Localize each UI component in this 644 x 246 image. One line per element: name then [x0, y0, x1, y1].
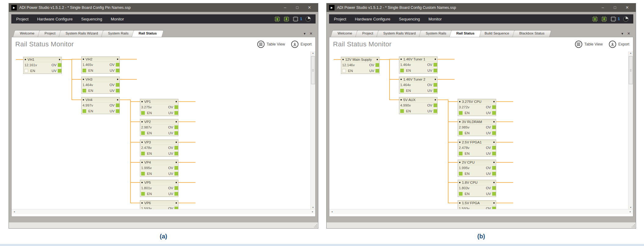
tab-system-rails-wizard[interactable]: System Rails Wizard — [377, 30, 422, 37]
maximize-button[interactable]: □ — [609, 3, 621, 12]
rail-node-3v-rldram[interactable]: 3V RLDRAM2.985vOVENUV — [458, 119, 496, 136]
en-checkbox[interactable] — [459, 131, 463, 135]
scroll-right-icon[interactable]: ► — [312, 211, 314, 213]
close-button[interactable]: ✕ — [303, 3, 316, 12]
rail-node-1-5v-fpga[interactable]: 1.5V FPGA1.593vOVENUV — [458, 200, 496, 209]
export-button[interactable]: Export — [609, 41, 629, 48]
en-checkbox[interactable] — [459, 192, 463, 196]
scroll-left-icon[interactable]: ◄ — [13, 211, 15, 213]
rail-node-5v-aux[interactable]: 5V AUX4.990vOVENUV — [399, 97, 437, 114]
rail-node-vh3[interactable]: VH31.464vOVENUV — [81, 77, 120, 94]
clock-pie-icon[interactable] — [623, 16, 628, 22]
rail-node-1-46v-tuner-2[interactable]: 1.46V Tuner 21.464vOVENUV — [399, 77, 437, 94]
en-checkbox[interactable] — [459, 172, 463, 175]
chip-download-icon[interactable] — [284, 16, 289, 22]
scroll-down-icon[interactable]: ▼ — [311, 206, 315, 208]
menu-item-project[interactable]: Project — [334, 17, 346, 21]
table-view-button[interactable]: Table View — [575, 41, 603, 48]
scroll-up-icon[interactable]: ▲ — [628, 52, 633, 54]
rail-node-3-275v-cpu[interactable]: 3.275V CPU3.272vOVENUV — [458, 99, 496, 116]
tab-welcome[interactable]: Welcome — [331, 30, 358, 37]
tab-dropdown-icon[interactable]: ▾ — [621, 31, 623, 36]
close-button[interactable]: ✕ — [621, 3, 633, 12]
en-checkbox[interactable] — [459, 111, 463, 115]
maximize-button[interactable]: □ — [291, 3, 303, 12]
chip-download-icon[interactable] — [601, 16, 607, 22]
ov-label: OV — [427, 103, 432, 107]
rail-node-vp5[interactable]: VP51.801vOVENUV — [140, 180, 178, 197]
en-checkbox[interactable] — [141, 131, 145, 135]
tab-system-rails[interactable]: System Rails — [102, 30, 135, 37]
rail-node-vh2[interactable]: VH21.465vOVENUV — [81, 56, 120, 74]
menu-item-monitor[interactable]: Monitor — [428, 17, 441, 21]
en-checkbox[interactable] — [82, 89, 86, 92]
tab-project[interactable]: Project — [38, 30, 62, 37]
rail-node-2v-cpu[interactable]: 2V CPU1.995vOVENUV — [458, 160, 496, 177]
menu-item-project[interactable]: Project — [16, 17, 28, 21]
clock-pie-icon[interactable] — [306, 16, 311, 22]
tab-rail-status[interactable]: Rail Status — [133, 30, 163, 37]
en-checkbox[interactable] — [141, 172, 145, 175]
en-checkbox[interactable] — [400, 109, 404, 113]
rail-diagram-canvas[interactable]: 12V Main Supply12.146vOVENUV1.46V Tuner … — [329, 51, 628, 209]
scroll-down-icon[interactable]: ▼ — [628, 206, 633, 208]
tab-dropdown-icon[interactable]: ▾ — [304, 31, 306, 36]
export-button[interactable]: Export — [291, 41, 312, 48]
chip-upload-icon[interactable] — [274, 16, 280, 22]
menu-item-sequencing[interactable]: Sequencing — [81, 17, 102, 21]
rail-node-1-46v-tuner-1[interactable]: 1.46V Tuner 11.464vOVENUV — [399, 56, 437, 74]
horizontal-scrollbar[interactable]: ◄ ► — [12, 209, 315, 214]
rail-node-vh1[interactable]: VH112.161vOVENUV — [23, 57, 62, 74]
rail-node-vh4[interactable]: VH44.997vOVENUV — [81, 97, 120, 114]
en-checkbox[interactable] — [141, 111, 145, 115]
resize-grip[interactable] — [314, 224, 317, 228]
en-checkbox[interactable] — [82, 109, 86, 113]
en-checkbox[interactable] — [82, 69, 86, 72]
scroll-left-icon[interactable]: ◄ — [331, 211, 333, 213]
rail-node-vp4[interactable]: VP41.995vOVENUV — [140, 160, 178, 177]
rail-node-2-5v-fpga1[interactable]: 2.5V FPGA12.478vOVENUV — [458, 139, 496, 157]
tab-build-sequence[interactable]: Build Sequence — [478, 30, 515, 37]
en-checkbox[interactable] — [141, 152, 145, 155]
device-chip-icon[interactable] — [610, 16, 616, 22]
vertical-scrollbar-thumb[interactable] — [311, 56, 315, 84]
rail-node-1-8v-cpu[interactable]: 1.8V CPU1.803vOVENUV — [458, 180, 496, 197]
horizontal-scrollbar[interactable]: ◄ ► — [329, 209, 633, 214]
tab-close-icon[interactable]: ✕ — [309, 31, 313, 36]
rail-node-vp1[interactable]: VP13.275vOVENUV — [140, 99, 178, 116]
uv-indicator — [174, 192, 178, 196]
rail-node-vp2[interactable]: VP22.987vOVENUV — [140, 119, 178, 136]
en-checkbox[interactable] — [24, 69, 28, 73]
tab-project[interactable]: Project — [356, 30, 379, 37]
scroll-up-icon[interactable]: ▲ — [311, 52, 315, 54]
rail-node-12v-main-supply[interactable]: 12V Main Supply12.146vOVENUV — [341, 57, 379, 74]
scroll-right-icon[interactable]: ► — [629, 211, 631, 213]
tab-rail-status[interactable]: Rail Status — [450, 30, 481, 37]
en-checkbox[interactable] — [400, 69, 404, 72]
table-view-button[interactable]: Table View — [257, 41, 285, 48]
rail-node-vp6[interactable]: VP61.593vOVENUV — [140, 200, 178, 209]
menu-item-hardware-configure[interactable]: Hardware Configure — [37, 17, 72, 21]
resize-grip[interactable] — [631, 224, 635, 228]
en-checkbox[interactable] — [342, 69, 346, 73]
tab-welcome[interactable]: Welcome — [14, 30, 41, 37]
en-checkbox[interactable] — [141, 192, 145, 196]
menu-item-monitor[interactable]: Monitor — [111, 17, 124, 21]
en-checkbox[interactable] — [400, 89, 404, 92]
device-chip-icon[interactable] — [293, 16, 298, 22]
tab-system-rails[interactable]: System Rails — [420, 30, 452, 37]
menu-item-hardware-configure[interactable]: Hardware Configure — [355, 17, 390, 21]
rail-diagram-canvas[interactable]: VH112.161vOVENUVVH21.465vOVENUVVH31.464v… — [12, 51, 310, 209]
rail-node-vp3[interactable]: VP32.478vOVENUV — [140, 139, 178, 157]
tab-close-icon[interactable]: ✕ — [627, 31, 630, 36]
minimize-button[interactable]: – — [279, 3, 291, 12]
vertical-scrollbar-thumb[interactable] — [629, 56, 633, 84]
tab-blackbox-status[interactable]: Blackbox Status — [513, 30, 551, 37]
chip-upload-icon[interactable] — [592, 16, 598, 22]
vertical-scrollbar[interactable]: ▲ ▼ — [310, 51, 315, 209]
vertical-scrollbar[interactable]: ▲ ▼ — [628, 51, 633, 209]
menu-item-sequencing[interactable]: Sequencing — [399, 17, 420, 21]
en-checkbox[interactable] — [459, 152, 463, 155]
tab-system-rails-wizard[interactable]: System Rails Wizard — [60, 30, 104, 37]
minimize-button[interactable]: – — [597, 3, 609, 12]
